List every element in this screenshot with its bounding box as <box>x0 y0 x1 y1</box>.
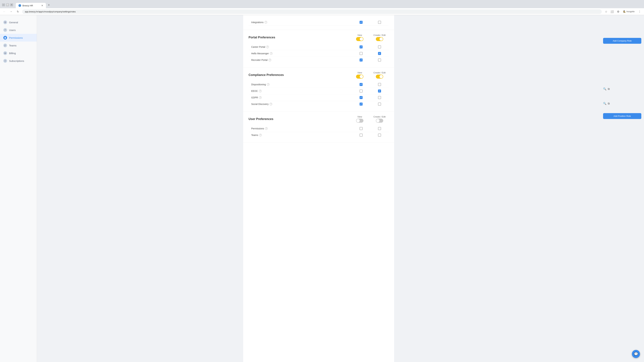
gdpr-edit-checkbox[interactable] <box>378 96 381 99</box>
browser-actions: ☆ ⬜ ⚙ 🕵 Incognito ⋮ <box>604 9 642 14</box>
permissions-pref-row: Permissions ? <box>248 125 389 132</box>
social-discovery-view-checkbox[interactable] <box>360 103 362 106</box>
reload-button[interactable]: ↻ <box>16 9 20 14</box>
user-preferences-section: User Preferences View Create / Edit <box>243 111 394 142</box>
integrations-view-checkbox[interactable] <box>360 21 362 24</box>
compliance-column-headers: View Create / Edit <box>350 71 389 79</box>
dispositioning-edit-checkbox[interactable] <box>378 83 381 86</box>
compliance-edit-col: Create / Edit <box>370 71 389 79</box>
window-controls: — ⬜ ✕ <box>2 3 13 6</box>
dispositioning-view-checkbox[interactable] <box>360 83 362 86</box>
user-edit-toggle[interactable] <box>376 119 383 123</box>
user-view-toggle[interactable] <box>356 119 364 123</box>
social-discovery-view-check <box>352 103 370 106</box>
eeoc-edit-checkbox[interactable] <box>378 89 381 92</box>
svg-rect-6 <box>4 53 6 53</box>
sidebar-item-teams[interactable]: Teams <box>0 41 37 49</box>
portal-view-toggle[interactable] <box>356 37 364 41</box>
career-portal-view-checkbox[interactable] <box>360 45 362 48</box>
eeoc-view-check <box>352 89 370 92</box>
teams-pref-edit-checkbox[interactable] <box>378 134 381 137</box>
hello-messenger-row: Hello Messenger ? <box>248 50 389 57</box>
hello-messenger-view-checkbox[interactable] <box>360 52 362 55</box>
gdpr-view-checkbox[interactable] <box>360 96 362 99</box>
close-button[interactable]: ✕ <box>10 3 13 6</box>
portal-preferences-header: Portal Preferences View Create / Edit <box>248 34 389 41</box>
sidebar-label-permissions: Permissions <box>9 36 23 39</box>
profile-button[interactable]: ⚙ <box>616 9 620 14</box>
compliance-edit-toggle[interactable] <box>376 75 383 79</box>
portal-edit-col: Create / Edit <box>370 34 389 41</box>
hello-messenger-edit-checkbox[interactable] <box>378 52 381 55</box>
portal-view-label: View <box>350 34 369 36</box>
sidebar-label-teams: Teams <box>9 44 16 47</box>
recruiter-portal-view-check <box>352 58 370 61</box>
app-layout: General Users Permissions Teams Billing <box>0 15 644 362</box>
eeoc-row: EEOC ? <box>248 88 389 94</box>
recruiter-portal-help-icon[interactable]: ? <box>268 59 271 61</box>
minimize-button[interactable]: — <box>2 3 5 6</box>
social-discovery-help-icon[interactable]: ? <box>270 103 272 105</box>
compliance-preferences-section: Compliance Preferences View Create / Edi… <box>243 67 394 111</box>
extensions-button[interactable]: ⬜ <box>610 9 614 14</box>
bookmark-button[interactable]: ☆ <box>604 9 608 14</box>
social-discovery-edit-checkbox[interactable] <box>378 103 381 106</box>
compliance-view-toggle[interactable] <box>356 75 364 79</box>
hello-messenger-view-check <box>352 52 370 55</box>
integrations-help-icon[interactable]: ? <box>264 21 267 24</box>
chat-button[interactable]: 💬 <box>632 350 640 358</box>
add-position-role-button[interactable]: Add Position Role <box>603 113 641 119</box>
maximize-button[interactable]: ⬜ <box>6 3 9 6</box>
recruiter-portal-view-checkbox[interactable] <box>360 58 362 61</box>
url-input[interactable] <box>22 9 602 14</box>
career-portal-edit-checkbox[interactable] <box>378 45 381 48</box>
active-tab[interactable]: Breezy HR ✕ <box>16 3 46 8</box>
teams-pref-help-icon[interactable]: ? <box>259 134 262 136</box>
eeoc-view-checkbox[interactable] <box>360 89 362 92</box>
integrations-edit-check <box>370 21 389 24</box>
copy-button-1[interactable]: ⧉ <box>608 87 610 90</box>
career-portal-row: Career Portal ? <box>248 44 389 50</box>
search-button-2[interactable]: 🔍 <box>603 102 606 105</box>
incognito-icon: 🕵 <box>623 10 626 13</box>
teams-pref-view-check <box>352 134 370 137</box>
recruiter-portal-edit-check <box>370 58 389 61</box>
address-bar: ← → ↻ ☆ ⬜ ⚙ 🕵 Incognito ⋮ <box>0 8 644 15</box>
sidebar-item-subscriptions[interactable]: Subscriptions <box>0 57 37 65</box>
menu-button[interactable]: ⋮ <box>637 9 642 14</box>
eeoc-help-icon[interactable]: ? <box>259 90 262 92</box>
sidebar-item-general[interactable]: General <box>0 18 37 26</box>
hello-messenger-help-icon[interactable]: ? <box>270 52 272 55</box>
sidebar-item-permissions[interactable]: Permissions <box>0 34 37 41</box>
compliance-preferences-title: Compliance Preferences <box>248 73 284 77</box>
tab-close-button[interactable]: ✕ <box>41 4 43 7</box>
dispositioning-help-icon[interactable]: ? <box>267 83 270 86</box>
eeoc-edit-check <box>370 89 389 92</box>
permissions-pref-edit-checkbox[interactable] <box>378 127 381 130</box>
new-tab-button[interactable]: + <box>46 2 52 8</box>
permissions-pref-view-checkbox[interactable] <box>360 127 362 130</box>
gdpr-label: GDPR ? <box>248 96 352 99</box>
career-portal-help-icon[interactable]: ? <box>266 45 269 48</box>
sidebar-item-users[interactable]: Users <box>0 26 37 34</box>
gdpr-help-icon[interactable]: ? <box>259 96 262 99</box>
back-button[interactable]: ← <box>2 9 7 14</box>
hello-messenger-label: Hello Messenger ? <box>248 52 352 55</box>
teams-pref-view-checkbox[interactable] <box>360 134 362 137</box>
user-edit-label: Create / Edit <box>370 115 389 118</box>
sidebar-item-billing[interactable]: Billing <box>0 49 37 57</box>
recruiter-portal-edit-checkbox[interactable] <box>378 58 381 61</box>
search-button-1[interactable]: 🔍 <box>603 87 606 90</box>
forward-button[interactable]: → <box>9 9 14 14</box>
browser-chrome: — ⬜ ✕ Breezy HR ✕ + ← → ↻ ☆ ⬜ ⚙ 🕵 Incogn… <box>0 0 644 15</box>
career-portal-view-check <box>352 45 370 48</box>
portal-preferences-section: Portal Preferences View Create / Edit <box>243 30 394 67</box>
permissions-pref-help-icon[interactable]: ? <box>265 127 268 130</box>
integrations-edit-checkbox[interactable] <box>378 21 381 24</box>
copy-button-2[interactable]: ⧉ <box>608 102 610 105</box>
add-company-role-button[interactable]: Add Company Role <box>603 38 641 44</box>
tab-favicon <box>18 4 21 7</box>
browser-titlebar: — ⬜ ✕ Breezy HR ✕ + <box>0 0 644 8</box>
portal-edit-toggle[interactable] <box>376 37 383 41</box>
sidebar-label-general: General <box>9 21 18 24</box>
